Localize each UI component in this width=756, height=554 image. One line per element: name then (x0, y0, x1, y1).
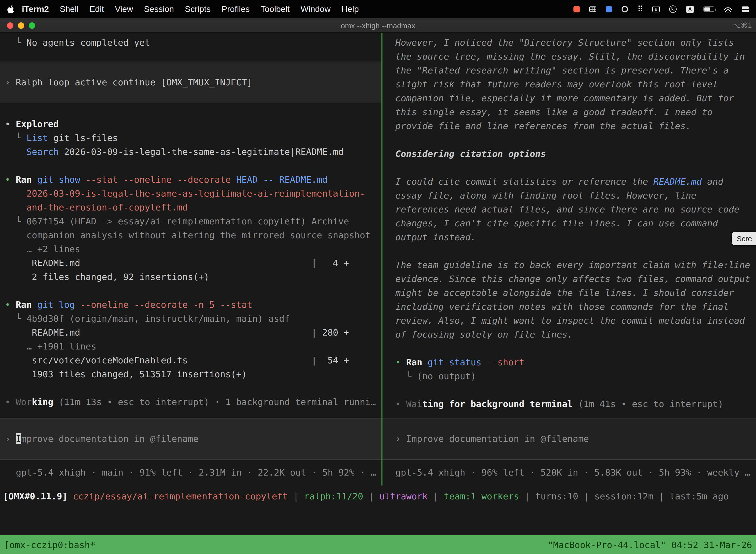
terminal-line (382, 133, 756, 147)
command-input-left-text: › Improve documentation in @filename (0, 432, 198, 446)
raycast-icon[interactable] (606, 6, 612, 12)
menu-item-window[interactable]: Window (295, 4, 336, 14)
terminal-line: slight risk that future readers may over… (382, 77, 756, 91)
traffic-lights (4, 22, 35, 29)
tmux-host-time: "MacBook-Pro-44.local" 04:52 31-Mar-26 (548, 539, 752, 550)
menu-items: iTerm2ShellEditViewSessionScriptsProfile… (16, 4, 364, 14)
terminal-line: provide file and line references from th… (382, 119, 756, 133)
left-pane-scrollback: └ No agents completed yet › Ralph loop a… (0, 33, 381, 418)
terminal-line: Considering citation options (382, 147, 756, 161)
terminal-line: The team guideline is to back every impo… (382, 258, 756, 272)
terminal-line: of focusing solely on file lines. (382, 328, 756, 341)
terminal-line: changes, I can't cite specific file line… (382, 216, 756, 230)
terminal-line: including verification notes with those … (382, 300, 756, 314)
right-main-lines: However, I noticed the "Directory Struct… (382, 36, 756, 411)
left-main-lines: • Explored └ List git ls-files Search 20… (0, 117, 381, 409)
terminal-line (0, 159, 381, 173)
empty-area (0, 507, 756, 535)
terminal-line: evidence. Since this change only affects… (382, 272, 756, 286)
terminal-line: the "Related research writing" section i… (382, 63, 756, 77)
terminal-line: • Explored (0, 117, 381, 131)
zoom-button[interactable] (29, 22, 35, 29)
dots-grid-icon[interactable]: ⠿ (637, 5, 643, 13)
terminal-line: However, I noticed the "Directory Struct… (382, 36, 756, 50)
wifi-icon[interactable] (724, 6, 732, 12)
menu-item-toolbelt[interactable]: Toolbelt (255, 4, 295, 14)
terminal-line: the source tree, missing the essay. Stil… (382, 50, 756, 63)
minimize-button[interactable] (18, 22, 24, 29)
terminal-line (382, 161, 756, 175)
terminal: └ No agents completed yet › Ralph loop a… (0, 33, 756, 554)
terminal-line: companion analysis without altering the … (0, 228, 381, 242)
control-center-icon[interactable] (742, 6, 749, 12)
right-pane-scrollback: However, I noticed the "Directory Struct… (382, 33, 756, 418)
menu-item-session[interactable]: Session (138, 4, 179, 14)
menu-bar: iTerm2ShellEditViewSessionScriptsProfile… (0, 0, 756, 18)
window-title-bar: omx --xhigh --madmax ⌥⌘1 (0, 18, 756, 33)
apple-menu-icon[interactable] (7, 5, 14, 14)
screen-capture-toast[interactable]: Scre (732, 232, 756, 245)
terminal-line: └ (no output) (382, 369, 756, 383)
terminal-line: └ 067f154 (HEAD -> essay/ai-reimplementa… (0, 214, 381, 228)
terminal-line: essay file, along with finding root file… (382, 189, 756, 203)
terminal-line: 1903 files changed, 513517 insertions(+) (0, 367, 381, 381)
ralph-loop-banner-text: › Ralph loop active continue [OMX_TMUX_I… (0, 75, 252, 89)
terminal-line (382, 341, 756, 355)
terminal-line (0, 381, 381, 395)
terminal-line: review. Also, I might want to inspect th… (382, 314, 756, 328)
terminal-line (382, 383, 756, 397)
terminal-line: this single essay, it seems like a good … (382, 105, 756, 119)
table-grid-icon[interactable] (589, 6, 596, 12)
model-status-row-right: gpt-5.4 xhigh · 96% left · 520K in · 5.8… (382, 460, 756, 486)
terminal-line: src/voice/voiceModeEnabled.ts | 54 + (0, 353, 381, 367)
close-button[interactable] (7, 22, 13, 29)
terminal-line (0, 284, 381, 298)
terminal-line: • Ran git log --oneline --decorate -n 5 … (0, 298, 381, 312)
terminal-line: 2026-03-09-is-legal-the-same-as-legitima… (0, 187, 381, 201)
terminal-line (382, 244, 756, 258)
input-source-icon[interactable]: A (686, 6, 694, 13)
menu-item-shell[interactable]: Shell (54, 4, 84, 14)
terminal-line: companion file, especially if more comme… (382, 91, 756, 105)
tmux-panes: └ No agents completed yet › Ralph loop a… (0, 33, 756, 486)
command-input-left[interactable]: › Improve documentation in @filename (0, 418, 381, 460)
model-status-left: gpt-5.4 xhigh · main · 91% left · 2.31M … (0, 466, 376, 480)
terminal-line: Search 2026-03-09-is-legal-the-same-as-l… (0, 145, 381, 159)
ralph-loop-banner: › Ralph loop active continue [OMX_TMUX_I… (0, 62, 381, 103)
left-pane[interactable]: └ No agents completed yet › Ralph loop a… (0, 33, 381, 486)
terminal-line: README.md | 4 + (0, 256, 381, 270)
menu-item-profiles[interactable]: Profiles (216, 4, 255, 14)
tmux-status-bar: [omx-cczip0:bash* "MacBook-Pro-44.local"… (0, 535, 756, 554)
battery-icon[interactable] (703, 6, 714, 12)
terminal-line: └ 4b9d30f (origin/main, instructkr/main,… (0, 312, 381, 326)
menu-item-help[interactable]: Help (336, 4, 364, 14)
terminal-line: └ No agents completed yet (0, 36, 381, 50)
terminal-line: and-the-erosion-of-copyleft.md (0, 201, 381, 214)
ring-app-icon[interactable] (622, 6, 628, 12)
left-top-lines: └ No agents completed yet (0, 36, 381, 50)
terminal-line: • Waiting for background terminal (1m 41… (382, 397, 756, 411)
right-pane[interactable]: However, I noticed the "Directory Struct… (382, 33, 756, 486)
status-tray: ⠿861A (573, 5, 749, 13)
gauge-icon[interactable]: 61 (669, 5, 677, 13)
keypad-icon[interactable]: 8 (652, 6, 660, 12)
terminal-line: … +2 lines (0, 242, 381, 256)
window-title: omx --xhigh --madmax (0, 21, 756, 30)
terminal-line: might be acceptable alongside the file l… (382, 286, 756, 300)
terminal-line: … +1901 lines (0, 340, 381, 353)
window-shortcut-badge: ⌥⌘1 (733, 21, 752, 29)
terminal-line: I could cite commit statistics or refere… (382, 175, 756, 189)
menu-item-iterm2[interactable]: iTerm2 (16, 4, 54, 14)
command-input-right[interactable]: › Improve documentation in @filename (382, 418, 756, 460)
terminal-line: • Ran git status --short (382, 355, 756, 369)
terminal-line: • Working (11m 13s • esc to interrupt) ·… (0, 395, 381, 409)
terminal-line: references need actual files, and since … (382, 203, 756, 216)
model-status-right: gpt-5.4 xhigh · 96% left · 520K in · 5.8… (382, 466, 750, 480)
menu-item-edit[interactable]: Edit (84, 4, 110, 14)
menu-item-scripts[interactable]: Scripts (179, 4, 216, 14)
menu-item-view[interactable]: View (109, 4, 138, 14)
terminal-line: 2 files changed, 92 insertions(+) (0, 270, 381, 284)
screen-recording-icon[interactable] (573, 6, 580, 12)
tmux-session-label: [omx-cczip0:bash* (4, 539, 95, 550)
terminal-line: └ List git ls-files (0, 131, 381, 145)
